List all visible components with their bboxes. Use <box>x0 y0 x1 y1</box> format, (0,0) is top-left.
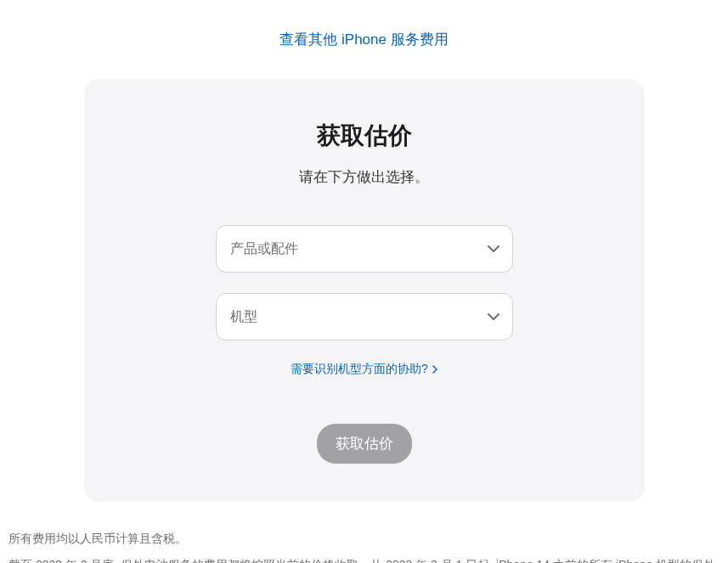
footer-line2a: 截至 2023 年 2 月底, 保外电池服务的费用都将按照当前的价格收取。从 2… <box>8 558 715 563</box>
footer-text: 所有费用均以人民币计算且含税。 截至 2023 年 2 月底, 保外电池服务的费… <box>0 502 728 563</box>
other-services-link[interactable]: 查看其他 iPhone 服务费用 <box>279 31 448 48</box>
model-select-wrap: 机型 <box>216 293 513 341</box>
top-link-container: 查看其他 iPhone 服务费用 <box>0 30 728 49</box>
card-title: 获取估价 <box>118 120 611 152</box>
identify-model-help-link[interactable]: 需要识别机型方面的协助? <box>291 362 437 377</box>
estimate-card: 获取估价 请在下方做出选择。 产品或配件 机型 需要识别机型方面的协助? 获取估… <box>84 79 645 502</box>
card-subtitle: 请在下方做出选择。 <box>118 167 611 187</box>
product-select-wrap: 产品或配件 <box>216 225 513 273</box>
submit-row: 获取估价 <box>118 424 611 464</box>
get-estimate-button[interactable]: 获取估价 <box>317 424 412 464</box>
product-select-placeholder: 产品或配件 <box>230 240 298 258</box>
footer-line1: 所有费用均以人民币计算且含税。 <box>8 526 720 552</box>
product-select[interactable]: 产品或配件 <box>216 225 513 273</box>
model-select[interactable]: 机型 <box>216 293 513 341</box>
model-select-placeholder: 机型 <box>230 308 257 326</box>
chevron-right-icon <box>432 363 437 376</box>
footer-line2: 截至 2023 年 2 月底, 保外电池服务的费用都将按照当前的价格收取。从 2… <box>8 552 720 563</box>
help-link-label: 需要识别机型方面的协助? <box>291 362 428 377</box>
